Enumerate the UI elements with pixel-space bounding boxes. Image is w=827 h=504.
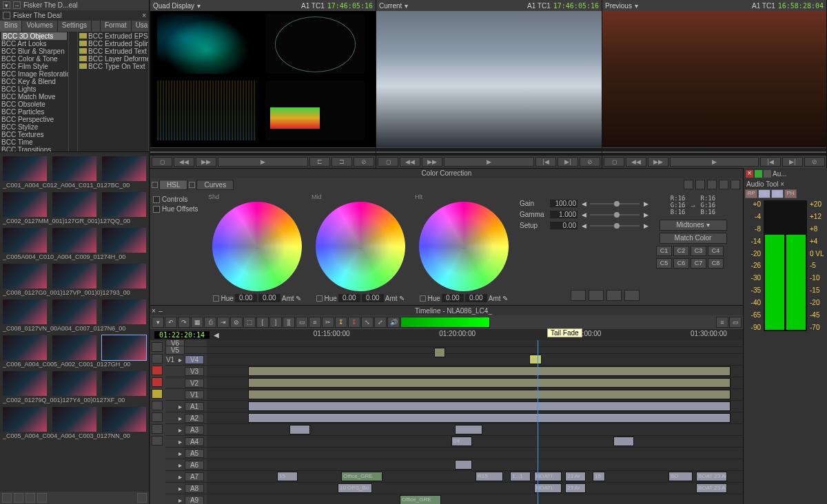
timecode-display[interactable]: 17:46:05:16 [327,2,373,10]
track-label[interactable]: A1 TC1 [301,2,325,10]
clip[interactable]: 10 OPS_Bo [338,483,372,493]
tl-side-tool[interactable] [152,342,163,352]
monitor-title[interactable]: Previous [605,2,632,10]
tl-close-icon[interactable]: × [150,307,157,315]
tl-tool[interactable]: ⤢ [374,317,387,328]
tab-curves[interactable]: Curves [196,180,234,190]
clip[interactable] [455,460,472,470]
cc-bucket-icon[interactable] [624,290,640,301]
clip[interactable]: BOAT 23 A [696,483,727,493]
position-bar[interactable] [376,147,602,156]
cc-dual-split-icon[interactable] [684,180,693,189]
tab-blank[interactable] [92,21,101,32]
clip-thumb[interactable] [3,371,47,396]
track-selector[interactable]: V3 [185,367,204,376]
timecode-display[interactable]: 16:58:28:04 [778,2,824,10]
view-frame-icon[interactable] [25,493,35,503]
play-icon[interactable]: ▶ [218,157,308,167]
gain-value[interactable]: 100.00 [550,200,578,207]
cc-safe-icon[interactable] [719,180,728,189]
play-icon[interactable]: ▶ [444,157,534,167]
mark-clip-icon[interactable]: ◻ [378,157,398,167]
position-bar[interactable] [150,147,376,156]
clip[interactable]: Office_GRE [400,495,441,504]
hlt-color-wheel[interactable]: + [419,202,509,291]
track-selector[interactable]: A7 [185,472,204,481]
clip[interactable] [248,413,731,423]
tab-usage[interactable]: Usa [132,21,153,32]
tl-side-tool[interactable] [152,389,163,399]
audio-add-icon[interactable] [755,170,762,178]
track-selector[interactable]: V1 [185,390,204,399]
project-tab-icon[interactable] [3,12,10,19]
clip[interactable]: BOATI [534,483,562,493]
minimize-icon[interactable]: – [13,1,21,9]
clip-thumb[interactable] [52,156,96,181]
mark-out-icon[interactable]: ] [269,317,282,328]
c-preset[interactable]: C5 [656,258,672,269]
tl-settings-icon[interactable]: ▭ [729,317,742,328]
clip[interactable] [289,425,310,434]
remove-cc-icon[interactable] [589,290,604,301]
bin-thumbnail-view[interactable]: _C001_A004_C012_A004_C011_0127BC_00 _C00… [0,152,149,492]
overwrite-icon[interactable]: ↧ [348,317,360,328]
timecode-display[interactable]: 17:46:05:16 [553,2,599,10]
clear-icon[interactable]: ⊘ [804,157,825,167]
c-preset[interactable]: C6 [673,258,689,269]
src-patch[interactable]: V1 [165,356,175,364]
mark-out-icon[interactable]: ⊐ [331,157,352,167]
clip[interactable] [248,366,731,376]
clip[interactable] [248,390,731,399]
dropdown-icon[interactable]: ▾ [197,2,201,10]
clear-icon[interactable]: ⊘ [580,157,600,167]
lift-icon[interactable]: ⊘ [230,317,243,328]
clip[interactable]: BOATI [534,472,562,481]
clip[interactable] [248,401,731,411]
clip-thumb[interactable] [102,407,146,432]
tl-menu-icon[interactable]: ≡ [716,317,728,328]
monitor-title[interactable]: Current [379,2,402,10]
track-selector[interactable]: A6 [185,461,204,470]
tl-tool[interactable]: ▾ [152,317,164,328]
clip[interactable]: Office_GRE [341,472,382,481]
audio-tab-i1[interactable]: I1 [758,189,770,198]
clip-thumb[interactable] [102,228,146,253]
hue-value[interactable]: 0.00 [235,294,257,302]
eyedropper-icon[interactable]: ✎ [502,295,508,302]
bin-menu-icon[interactable] [137,493,147,503]
mark-in-icon[interactable]: ⊏ [309,157,330,167]
audio-mon-icon[interactable]: 🔊 [387,317,400,328]
gamma-slider[interactable] [590,214,640,216]
clip[interactable]: R15 [476,472,503,481]
clip[interactable]: BOAT 23 Ar [696,472,727,481]
tl-tool[interactable]: ≡ [309,317,321,328]
clip-thumb[interactable] [3,192,47,217]
track-selector[interactable]: A9 [185,496,204,505]
tl-tool[interactable]: ▭ [296,317,308,328]
clip[interactable]: 23 Ar [565,472,586,481]
gamma-value[interactable]: 1.000 [550,211,578,218]
tab-bins[interactable]: Bins [0,21,22,32]
goto-prev-icon[interactable]: |◀ [535,157,556,167]
fx-category-list[interactable]: BCC 3D Objects BCC Art LooksBCC Blur & S… [0,32,69,151]
audio-menu-icon[interactable] [764,170,771,178]
tab-hsl[interactable]: HSL [159,180,187,190]
clip-thumb[interactable] [52,264,96,288]
tab-volumes[interactable]: Volumes [22,21,57,32]
view-brief-icon[interactable] [2,493,12,503]
clip-thumb[interactable] [3,407,47,432]
track-selector[interactable]: A1 [185,402,204,411]
c-preset[interactable]: C7 [691,258,706,269]
fx-scroll[interactable] [69,32,78,151]
clip-thumb[interactable] [3,335,47,360]
tl-tool[interactable]: ⤡ [361,317,374,328]
clip-thumb[interactable] [3,300,47,324]
goto-next-icon[interactable]: ▶| [782,157,803,167]
mark-clip-icon[interactable]: ◻ [604,157,624,167]
clip-thumb[interactable] [52,407,96,432]
step-fwd-icon[interactable]: ▶▶ [422,157,442,167]
controls-checkbox[interactable] [153,196,160,203]
tl-side-tool[interactable] [152,412,163,422]
audio-tab-ph[interactable]: PH [784,189,797,198]
tl-min-icon[interactable]: – [157,307,164,315]
